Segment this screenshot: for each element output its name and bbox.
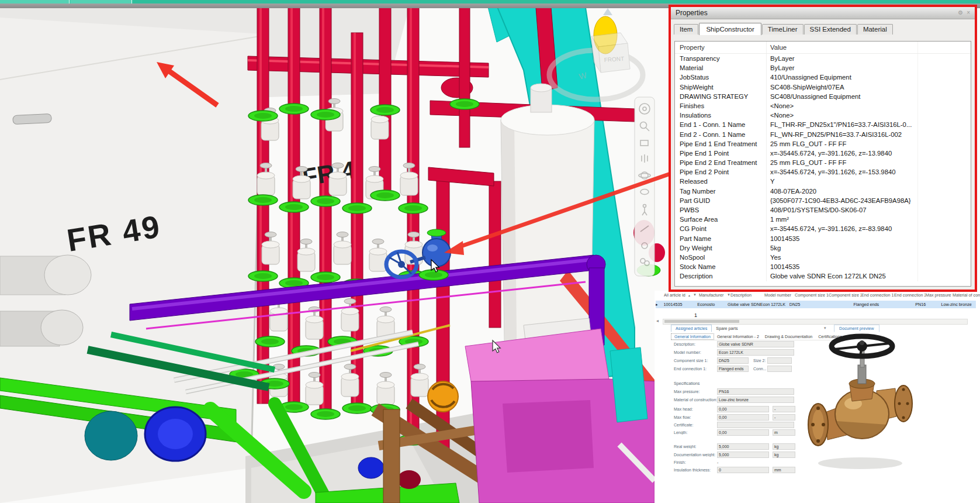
grid-page-number[interactable]: 1 — [694, 312, 697, 318]
scroll-left-icon[interactable]: ◂ — [656, 318, 659, 323]
conn-2-field[interactable] — [767, 366, 792, 372]
documentation-weight-field[interactable]: 5,000 — [717, 452, 769, 458]
property-row[interactable]: End 1 - Conn. 1 Name FL_THR-RF_DN25x1"/P… — [675, 120, 971, 129]
max-flow-field[interactable]: 0,00 — [717, 414, 769, 421]
top-edge-strip — [0, 0, 980, 4]
column-header-value[interactable]: Value — [767, 42, 918, 53]
cell-max-pressure: PN16 — [915, 301, 941, 308]
tab-general-information[interactable]: General Information — [671, 333, 714, 340]
cell-article-id: 10014535 — [664, 301, 698, 308]
insulation-thickness-field[interactable]: 0 — [717, 467, 769, 473]
property-row[interactable]: Surface Area 1 mm² — [675, 215, 971, 224]
gear-icon[interactable]: ⚙ — [958, 7, 963, 19]
property-name: End 2 - Conn. 1 Name — [675, 130, 767, 139]
label-component-size-1: Component size 1: — [674, 359, 717, 363]
grid-col-model-number[interactable]: Model number — [764, 292, 795, 298]
grid-col-manufacturer[interactable]: Manufacturer — [699, 292, 730, 298]
property-row[interactable]: Pipe End 2 End Treatment 25 mm FLG_OUT -… — [675, 158, 971, 167]
insulation-thickness-unit[interactable]: mm — [773, 467, 795, 473]
properties-title-bar[interactable]: Properties ⚙ × — [671, 7, 975, 19]
material-field[interactable]: Low-zinc bronze — [717, 397, 794, 403]
property-row[interactable]: Stock Name 10014535 — [675, 262, 971, 271]
cell-model-number: Econ 1272LK — [760, 301, 789, 308]
grid-col-description[interactable]: Description — [730, 292, 764, 298]
max-head-unit[interactable]: - — [773, 406, 795, 412]
property-value: Yes — [767, 253, 918, 262]
catalog-tab-bar: Assigned articles Spare parts — [671, 325, 742, 332]
component-size-1-field[interactable]: DN25 — [717, 357, 749, 364]
article-row-selected[interactable]: ▸ 10014535 Econosto Globe valve SDNR Eco… — [656, 301, 976, 308]
property-row[interactable]: ShipWeight SC408-ShipWeight/07EA — [675, 82, 971, 92]
size-2-field[interactable] — [767, 357, 792, 364]
property-row[interactable]: DRAWING STRATEGY SC408/Unassigned Equipm… — [675, 92, 971, 101]
property-row[interactable]: End 2 - Conn. 1 Name FL_WN-RF_DN25/PN16=… — [675, 130, 971, 139]
property-row[interactable]: JobStatus 410/Unassigned Equipment — [675, 73, 971, 82]
grid-col-component-size-1[interactable]: Component size 1 — [795, 292, 829, 298]
property-row[interactable]: CG Point x=-35445.6724, y=-391.1626, z=-… — [675, 224, 971, 233]
grid-col-max-pressure[interactable]: Max pressure — [926, 292, 953, 298]
property-value: Y — [767, 177, 918, 186]
grid-col-component-size-2[interactable]: Component size 2 — [829, 292, 861, 298]
property-row[interactable]: Dry Weight 5kg — [675, 243, 971, 253]
property-value: ByLayer — [767, 63, 918, 73]
property-row[interactable]: Description Globe valve SDNR Econ 1272LK… — [675, 271, 971, 281]
properties-panel: Properties ⚙ × ItemShipConstructorTimeLi… — [669, 5, 977, 292]
scrollbar-thumb[interactable] — [664, 320, 739, 323]
property-row[interactable]: Material ByLayer — [675, 63, 971, 73]
property-row[interactable]: Pipe End 2 Point x=-35445.6724, y=-391.1… — [675, 167, 971, 177]
label-max-flow: Max flow: — [674, 415, 717, 419]
filter-icon[interactable]: ▼ — [727, 293, 730, 297]
properties-tab[interactable]: TimeLiner — [762, 24, 804, 35]
max-pressure-field[interactable]: PN16 — [717, 388, 794, 395]
tab-spare-parts[interactable]: Spare parts — [712, 325, 742, 332]
documentation-weight-unit[interactable]: kg — [773, 452, 795, 458]
column-header-property[interactable]: Property — [675, 42, 767, 53]
property-row[interactable]: Pipe End 1 End Treatment 25 mm FLG_OUT -… — [675, 139, 971, 149]
max-flow-unit[interactable]: - — [773, 414, 795, 421]
length-unit[interactable]: m — [773, 429, 795, 436]
property-name: NoSpool — [675, 253, 767, 262]
tab-assigned-articles[interactable]: Assigned articles — [671, 325, 712, 332]
real-weight-unit[interactable]: kg — [773, 443, 795, 450]
properties-tab[interactable]: Material — [857, 24, 893, 35]
row-marker-icon: ▸ — [656, 301, 664, 308]
application-window: { "viewport": { "frame_label_1": "FR 49"… — [0, 0, 980, 503]
close-icon[interactable]: × — [967, 7, 970, 19]
cell-component-size-1: DN25 — [789, 301, 822, 308]
label-end-connection-1: End connection 1: — [674, 367, 717, 371]
property-row[interactable]: Finishes <None> — [675, 101, 971, 111]
property-row[interactable]: Part Name 10014535 — [675, 234, 971, 243]
real-weight-field[interactable]: 5,000 — [717, 443, 769, 450]
property-row[interactable]: Pipe End 1 Point x=-35445.6724, y=-391.1… — [675, 149, 971, 158]
property-row[interactable]: PWBS 408/P01/SYSTEMS/D0-SK06-07 — [675, 205, 971, 215]
certificate-field[interactable] — [717, 422, 794, 428]
length-field[interactable]: 0,00 — [717, 429, 769, 436]
property-value: FL_WN-RF_DN25/PN16=33.7-AISI316L-002 — [767, 130, 918, 139]
property-row[interactable]: Released Y — [675, 177, 971, 186]
model-number-field[interactable]: Econ 1272LK — [717, 349, 794, 356]
filter-icon[interactable]: ▼ — [693, 293, 697, 297]
property-row[interactable]: NoSpool Yes — [675, 253, 971, 262]
properties-table[interactable]: Property Value Transparency ByLayer Mate… — [674, 41, 971, 287]
specifications-heading: Specifications — [674, 381, 699, 386]
end-connection-1-field[interactable]: Flanged ends — [717, 366, 749, 372]
grid-col-end-connection-2[interactable]: End connection 2 — [894, 292, 926, 298]
max-head-field[interactable]: 0,00 — [717, 406, 769, 412]
sort-icon[interactable]: ▴ — [688, 293, 690, 297]
property-row[interactable]: Part GUID {3050F077-1C90-4EB3-AD6C-243EA… — [675, 196, 971, 205]
property-value: SC408-ShipWeight/07EA — [767, 82, 918, 92]
grid-col-material[interactable]: Material of construction — [953, 292, 980, 298]
properties-tab[interactable]: Item — [674, 24, 698, 35]
property-row[interactable]: Insulations <None> — [675, 111, 971, 120]
label-model-number: Model number: — [674, 350, 717, 354]
property-row[interactable]: Tag Number 408-07EA-2020 — [675, 187, 971, 196]
property-row[interactable]: Transparency ByLayer — [675, 54, 971, 63]
property-name: Pipe End 2 End Treatment — [675, 158, 767, 167]
properties-tab[interactable]: ShipConstructor — [699, 23, 761, 35]
tab-general-information-2[interactable]: General Information - 2 — [714, 334, 762, 339]
property-name: End 1 - Conn. 1 Name — [675, 120, 767, 129]
description-field[interactable]: Globe valve SDNR — [717, 341, 794, 347]
properties-tab[interactable]: SSI Extended — [804, 24, 857, 35]
property-name: JobStatus — [675, 73, 767, 82]
grid-col-end-connection-1[interactable]: End connection 1 — [861, 292, 894, 298]
